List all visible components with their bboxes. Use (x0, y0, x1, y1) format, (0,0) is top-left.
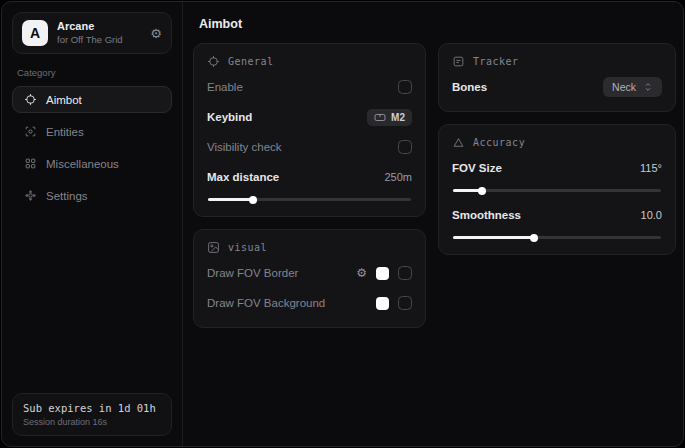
smoothness-label: Smoothness (452, 209, 521, 221)
general-card-header: General (207, 55, 412, 68)
fov-size-row: FOV Size 115° (452, 157, 662, 179)
smoothness-row: Smoothness 10.0 (452, 204, 662, 226)
gear-icon (23, 189, 37, 203)
max-distance-label: Max distance (207, 171, 279, 183)
session-duration-text: Session duration 16s (23, 417, 161, 427)
draw-fov-background-controls (376, 296, 412, 310)
visibility-check-label: Visibility check (207, 141, 282, 153)
fov-size-slider[interactable] (453, 189, 661, 192)
app-window: A Arcane for Off The Grid ⚙ Category Aim… (1, 1, 684, 447)
main-panel: Aimbot General Enable Keybind (183, 2, 684, 446)
slider-fill (453, 236, 534, 239)
tracker-card-header: Tracker (452, 55, 662, 68)
brand-text: Arcane for Off The Grid (57, 20, 141, 46)
draw-fov-border-controls: ⚙ (356, 266, 412, 280)
bones-select[interactable]: Neck (603, 77, 662, 97)
visibility-check-row: Visibility check (207, 136, 412, 158)
sidebar: A Arcane for Off The Grid ⚙ Category Aim… (2, 2, 183, 446)
slider-thumb[interactable] (530, 234, 538, 242)
keybind-label: Keybind (207, 111, 252, 123)
crosshair-icon (207, 55, 220, 68)
slider-thumb[interactable] (478, 187, 486, 195)
fov-border-checkbox[interactable] (398, 266, 412, 280)
draw-fov-border-label: Draw FOV Border (207, 267, 298, 279)
smoothness-value: 10.0 (641, 209, 662, 221)
fov-background-checkbox[interactable] (398, 296, 412, 310)
fov-size-value: 115° (640, 162, 662, 174)
keybind-button[interactable]: M2 (367, 109, 412, 126)
accuracy-card: Accuracy FOV Size 115° Smoothness 10.0 (438, 124, 676, 255)
general-card: General Enable Keybind M2 V (193, 43, 426, 217)
app-name: Arcane (57, 20, 141, 34)
sidebar-item-settings[interactable]: Settings (12, 182, 172, 209)
card-title: Tracker (473, 56, 519, 67)
enable-label: Enable (207, 81, 243, 93)
bones-selected-value: Neck (612, 81, 636, 93)
app-subtitle: for Off The Grid (57, 34, 141, 46)
visual-card: visual Draw FOV Border ⚙ Draw FOV Backgr… (193, 229, 426, 328)
sidebar-item-entities[interactable]: Entities (12, 118, 172, 145)
gear-icon[interactable]: ⚙ (356, 267, 367, 279)
slider-thumb[interactable] (249, 196, 257, 204)
fov-border-color-swatch[interactable] (376, 267, 389, 280)
card-title: Accuracy (473, 137, 525, 148)
sub-expiry-text: Sub expires in 1d 01h (23, 402, 161, 414)
max-distance-row: Max distance 250m (207, 166, 412, 188)
accuracy-card-header: Accuracy (452, 136, 662, 149)
keybind-row: Keybind M2 (207, 106, 412, 128)
sidebar-item-label: Entities (46, 126, 84, 138)
max-distance-value: 250m (384, 171, 412, 183)
visibility-check-checkbox[interactable] (398, 140, 412, 154)
sidebar-item-label: Settings (46, 190, 88, 202)
card-title: visual (228, 242, 267, 253)
smoothness-slider[interactable] (453, 236, 661, 239)
sidebar-item-aimbot[interactable]: Aimbot (12, 86, 172, 113)
tracker-card: Tracker Bones Neck (438, 43, 676, 112)
crosshair-icon (23, 93, 37, 107)
bones-label: Bones (452, 81, 487, 93)
sidebar-item-miscellaneous[interactable]: Miscellaneous (12, 150, 172, 177)
mouse-icon (374, 113, 386, 122)
brand-card: A Arcane for Off The Grid ⚙ (12, 12, 172, 54)
chevron-up-down-icon (643, 82, 653, 92)
fov-size-label: FOV Size (452, 162, 502, 174)
triangle-icon (452, 136, 465, 149)
page-title: Aimbot (183, 2, 684, 43)
fov-background-color-swatch[interactable] (376, 297, 389, 310)
enable-row: Enable (207, 76, 412, 98)
grid-icon (23, 157, 37, 171)
category-label: Category (17, 67, 172, 78)
draw-fov-background-label: Draw FOV Background (207, 297, 325, 309)
sidebar-item-label: Miscellaneous (46, 158, 119, 170)
max-distance-slider[interactable] (208, 198, 411, 201)
bones-row: Bones Neck (452, 76, 662, 98)
draw-fov-background-row: Draw FOV Background (207, 292, 412, 314)
visual-card-header: visual (207, 241, 412, 254)
left-column: General Enable Keybind M2 V (193, 43, 426, 328)
slider-fill (208, 198, 253, 201)
app-logo: A (22, 20, 48, 46)
image-icon (207, 241, 220, 254)
gear-icon[interactable]: ⚙ (150, 26, 162, 41)
sidebar-nav: Aimbot Entities Miscellaneous Settings (12, 86, 172, 209)
tracker-icon (452, 55, 465, 68)
right-column: Tracker Bones Neck Accuracy (438, 43, 676, 328)
keybind-value: M2 (391, 112, 405, 123)
content: General Enable Keybind M2 V (183, 43, 684, 342)
sidebar-item-label: Aimbot (46, 94, 82, 106)
draw-fov-border-row: Draw FOV Border ⚙ (207, 262, 412, 284)
entities-icon (23, 125, 37, 139)
card-title: General (228, 56, 274, 67)
subscription-info: Sub expires in 1d 01h Session duration 1… (12, 393, 172, 436)
enable-checkbox[interactable] (398, 80, 412, 94)
